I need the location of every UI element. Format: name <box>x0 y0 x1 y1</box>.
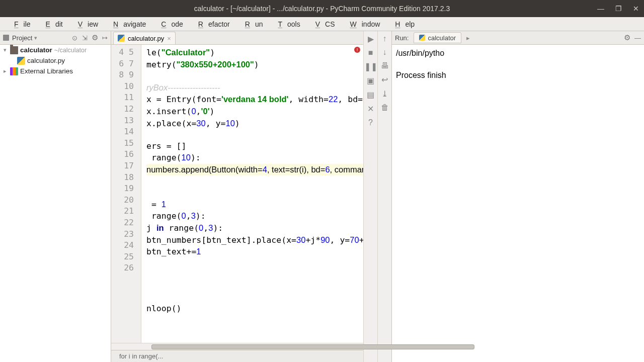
run-output[interactable]: /usr/bin/pytho Process finish <box>392 45 644 362</box>
menu-item-tools[interactable]: Tools <box>268 18 305 30</box>
python-file-icon <box>419 35 425 41</box>
editor-breadcrumb[interactable]: for i in range(... <box>111 350 363 362</box>
project-tree[interactable]: ▾ calculator ~/calculator calculator.py … <box>0 45 111 362</box>
editor-tab-label: calculator.py <box>128 35 164 42</box>
menu-item-edit[interactable]: Edit <box>36 18 68 30</box>
editor-tabs: calculator.py × <box>111 31 363 45</box>
window-close-button[interactable]: ✕ <box>633 5 639 13</box>
svg-rect-0 <box>3 35 9 41</box>
dump-icon[interactable]: ▣ <box>367 76 374 85</box>
up-icon[interactable]: ↑ <box>383 34 387 43</box>
trash-icon[interactable]: 🗑 <box>381 103 389 112</box>
breadcrumb-text: for i in range(... <box>119 352 163 360</box>
menu-item-file[interactable]: File <box>4 18 36 30</box>
run-nav-column: ↑ ↓ 🖶 ↩ ⤓ 🗑 <box>377 31 391 362</box>
pause-icon[interactable]: ❚❚ <box>364 62 377 71</box>
code-editor[interactable]: le("Calculator") metry("380x550+200+100"… <box>141 45 363 343</box>
window-title: calculator - [~/calculator] - .../calcul… <box>194 5 450 13</box>
run-settings-icon[interactable]: ⚙ <box>624 33 630 42</box>
run-action-column: ▶ ■ ❚❚ ▣ ▤ ✕ ? <box>363 31 377 362</box>
external-libraries-label: External Libraries <box>20 67 73 75</box>
project-tool-header: Project ▾ ⊙ ⇲ ⚙ ↦ <box>0 31 111 45</box>
project-path: ~/calculator <box>54 47 87 54</box>
run-tabs: Run: calculator ▸ ⚙ — <box>392 31 644 45</box>
project-file-node[interactable]: calculator.py <box>0 55 111 66</box>
error-indicator-icon[interactable]: ! <box>354 47 360 53</box>
menubar: FileEditViewNavigateCodeRefactorRunTools… <box>0 17 644 31</box>
collapse-all-icon[interactable]: ⇲ <box>80 34 89 42</box>
run-label: Run: <box>395 34 409 42</box>
run-icon[interactable]: ▶ <box>368 34 374 44</box>
scroll-end-icon[interactable]: ⤓ <box>381 89 388 99</box>
line-gutter: 4 5 6 7 8 9 10 11 12 13 14 15 16 17 18 1… <box>111 45 141 343</box>
stop-icon[interactable]: ■ <box>368 48 373 57</box>
menu-item-help[interactable]: Help <box>385 18 420 30</box>
chevron-right-icon[interactable]: ▸ <box>466 34 470 42</box>
python-file-icon <box>118 35 125 42</box>
close-tab-icon[interactable]: × <box>167 35 171 42</box>
layout-icon[interactable]: ▤ <box>367 90 374 100</box>
project-name: calculator <box>20 46 52 54</box>
project-file-name: calculator.py <box>27 57 65 64</box>
folder-icon <box>10 46 18 54</box>
wrap-icon[interactable]: ↩ <box>381 75 388 84</box>
menu-item-navigate[interactable]: Navigate <box>103 18 151 30</box>
menu-item-view[interactable]: View <box>68 18 103 30</box>
menu-item-run[interactable]: Run <box>235 18 268 30</box>
window-titlebar: calculator - [~/calculator] - .../calcul… <box>0 0 644 17</box>
libraries-icon <box>10 67 18 75</box>
run-output-line: /usr/bin/pytho <box>396 49 444 57</box>
run-output-line: Process finish <box>396 71 446 79</box>
project-tool-title[interactable]: Project <box>12 34 32 42</box>
close-run-icon[interactable]: ✕ <box>367 104 374 114</box>
window-minimize-button[interactable]: — <box>597 5 604 13</box>
menu-item-code[interactable]: Code <box>151 18 188 30</box>
python-file-icon <box>17 57 25 65</box>
window-maximize-button[interactable]: ❐ <box>615 5 622 13</box>
menu-item-vcs[interactable]: VCS <box>305 18 340 30</box>
scroll-from-source-icon[interactable]: ⊙ <box>70 34 78 42</box>
project-root-node[interactable]: ▾ calculator ~/calculator <box>0 45 111 55</box>
horizontal-scrollbar[interactable] <box>111 343 363 350</box>
settings-gear-icon[interactable]: ⚙ <box>91 34 99 42</box>
menu-item-window[interactable]: Window <box>340 18 385 30</box>
menu-item-refactor[interactable]: Refactor <box>188 18 235 30</box>
editor-tab[interactable]: calculator.py × <box>113 32 176 44</box>
minimize-run-icon[interactable]: — <box>634 34 641 42</box>
external-libraries-node[interactable]: ▸ External Libraries <box>0 66 111 76</box>
editor-area: 4 5 6 7 8 9 10 11 12 13 14 15 16 17 18 1… <box>111 45 363 343</box>
run-config-tab[interactable]: calculator <box>414 32 461 43</box>
help-icon[interactable]: ? <box>368 118 373 127</box>
down-icon[interactable]: ↓ <box>383 48 387 57</box>
run-panel: Run: calculator ▸ ⚙ — /usr/bin/pytho Pro… <box>391 31 644 362</box>
project-icon <box>2 34 10 42</box>
export-icon[interactable]: 🖶 <box>381 61 389 70</box>
hide-tool-icon[interactable]: ↦ <box>101 34 109 42</box>
run-config-name: calculator <box>428 34 456 42</box>
project-sidebar: Project ▾ ⊙ ⇲ ⚙ ↦ ▾ calculator ~/calcula… <box>0 31 111 362</box>
